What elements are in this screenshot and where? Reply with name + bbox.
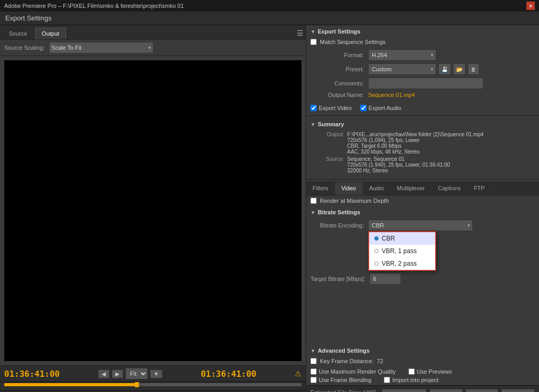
codec-tab-captions[interactable]: Captions <box>432 182 467 195</box>
summary-source-val: Sequence, Sequence 01 720x576 (1.940), 2… <box>347 156 535 173</box>
keyframe-label: Key Frame Distance: <box>320 358 374 364</box>
use-previews-label: Use Previews <box>417 368 452 375</box>
cancel-button[interactable]: Cancel <box>501 389 535 392</box>
timecode-right: 01:36:41:00 <box>201 369 256 379</box>
comments-input[interactable] <box>368 78 483 89</box>
export-settings-header: ▼ Export Settings <box>306 25 539 37</box>
summary-output-line-1: 720x576 (1.094), 25 fps, Lower <box>347 137 535 143</box>
summary-output-line-2: CBR, Target 6.00 Mbps <box>347 143 535 149</box>
advanced-arrow[interactable]: ▼ <box>310 348 316 354</box>
tab-output[interactable]: Output <box>35 28 66 39</box>
summary-label: Summary <box>318 121 344 127</box>
use-previews-checkbox[interactable] <box>408 368 415 375</box>
use-row-2: Use Frame Blending Import into project <box>310 377 535 383</box>
comments-label: Comments: <box>310 80 368 86</box>
use-max-render-checkbox[interactable] <box>310 368 317 375</box>
target-bitrate-input[interactable] <box>370 273 401 285</box>
bitrate-settings-label: Bitrate Settings <box>318 209 360 215</box>
source-scaling-bar: Source Scaling: Scale To Fit <box>0 40 306 56</box>
vbr1-radio-dot <box>374 249 379 253</box>
codec-tab-filters[interactable]: Filters <box>306 182 335 195</box>
target-bitrate-row: Target Bitrate [Mbps]: <box>310 273 535 285</box>
app-title: Adobe Premiere Pro – F:\PIXEL Film\smko … <box>4 3 184 9</box>
dropdown-item-vbr1[interactable]: VBR, 1 pass <box>369 245 435 257</box>
match-seq-checkbox[interactable] <box>310 39 317 45</box>
summary-source-row: Source: Sequence, Sequence 01 720x576 (1… <box>310 156 535 173</box>
summary-output-row: Output: F:\PIXE...aruc\project\avi\New f… <box>310 132 535 155</box>
preset-delete-btn[interactable]: 🗑 <box>468 63 479 75</box>
keyframe-value: 72 <box>377 358 383 364</box>
title-bar: Adobe Premiere Pro – F:\PIXEL Film\smko … <box>0 0 539 12</box>
output-name-link[interactable]: Sequence 01.mp4 <box>368 92 415 98</box>
preview-black <box>4 60 301 361</box>
advanced-settings-label: Advanced Settings <box>318 347 370 354</box>
bitrate-arrow[interactable]: ▼ <box>310 210 316 215</box>
summary-source-line-1: 720x576 (1.940), 25 fps, Lower, 01:36:41… <box>347 162 535 168</box>
bitrate-encoding-select[interactable]: CBR <box>368 220 473 231</box>
use-frame-blending-label: Use Frame Blending <box>319 377 371 383</box>
target-bitrate-label: Target Bitrate [Mbps]: <box>310 276 370 282</box>
source-scaling-label: Source Scaling: <box>4 45 45 51</box>
bitrate-encoding-row: Bitrate Encoding: CBR CBR <box>310 220 535 231</box>
summary-source-key: Source: <box>310 156 347 173</box>
progress-track[interactable] <box>4 383 301 386</box>
render-at-depth-label: Render at Maximum Depth <box>320 198 389 204</box>
progress-fill <box>4 383 138 386</box>
render-at-depth-checkbox[interactable] <box>310 198 317 204</box>
codec-tab-video[interactable]: Video <box>335 182 363 195</box>
next-frame-btn[interactable]: ▶ <box>112 369 123 378</box>
preset-load-btn[interactable]: 📂 <box>453 63 466 75</box>
fit-dropdown-btn[interactable]: ▼ <box>150 369 163 378</box>
cbr-label: CBR <box>382 235 395 242</box>
progress-handle[interactable] <box>135 382 139 387</box>
summary-source-line-2: 32000 Hz, Stereo <box>347 168 535 173</box>
dropdown-item-vbr2[interactable]: VBR, 2 pass <box>369 257 435 270</box>
summary-arrow[interactable]: ▼ <box>310 122 316 127</box>
comments-row: Comments: <box>310 78 535 89</box>
bottom-btns: Metadata... Queue Export Cancel <box>382 389 535 392</box>
vbr2-label: VBR, 2 pass <box>382 260 417 267</box>
render-at-depth: Render at Maximum Depth <box>306 195 539 206</box>
codec-tab-ftp[interactable]: FTP <box>468 182 492 195</box>
preset-save-btn[interactable]: 💾 <box>438 63 451 75</box>
preset-row: Preset: Custom 💾 📂 🗑 <box>310 63 535 75</box>
export-audio-checkbox[interactable] <box>360 105 366 111</box>
metadata-button[interactable]: Metadata... <box>382 389 426 392</box>
bottom-bar: Estimated File Size: 1997 MB Metadata...… <box>306 385 539 392</box>
tab-source[interactable]: Source <box>2 28 34 39</box>
dropdown-item-cbr[interactable]: CBR <box>369 232 435 245</box>
summary-output-line-3: AAC, 320 kbps, 48 kHz, Stereo <box>347 149 535 155</box>
codec-tab-audio[interactable]: Audio <box>363 182 391 195</box>
codec-tab-multiplexer[interactable]: Multiplexer <box>391 182 432 195</box>
close-button[interactable]: ✕ <box>526 2 535 10</box>
right-panel: ▼ Export Settings Match Sequence Setting… <box>306 25 539 392</box>
file-size-label: Estimated File Size: 1997 MB <box>310 389 382 392</box>
match-seq-label: Match Sequence Settings <box>320 39 385 45</box>
vbr1-label: VBR, 1 pass <box>382 247 417 255</box>
panel-menu-icon[interactable]: ☰ <box>297 29 304 37</box>
left-panel: Source Output ☰ Source Scaling: Scale To… <box>0 25 306 392</box>
fit-select[interactable]: Fit <box>125 368 148 379</box>
preview-area <box>4 60 301 361</box>
format-select[interactable]: H.264 <box>368 49 436 61</box>
use-max-render-label: Use Maximum Render Quality <box>319 368 396 375</box>
export-button[interactable]: Export <box>466 389 498 392</box>
export-settings-arrow[interactable]: ▼ <box>310 29 316 35</box>
use-row-1: Use Maximum Render Quality Use Previews <box>310 368 535 375</box>
summary-source-line-0: Sequence, Sequence 01 <box>347 156 535 162</box>
cbr-radio-dot <box>374 236 379 241</box>
transport-controls: ◀ ▶ Fit ▼ <box>98 368 163 379</box>
prev-frame-btn[interactable]: ◀ <box>98 369 110 378</box>
format-row: Format: H.264 <box>310 49 535 61</box>
source-scaling-select[interactable]: Scale To Fit <box>49 42 154 53</box>
export-audio-label: Export Audio <box>369 105 401 111</box>
summary-output-key: Output: <box>310 132 347 155</box>
export-video-label: Export Video <box>319 105 352 111</box>
export-video-checkbox[interactable] <box>310 105 317 111</box>
advanced-settings-header: ▼ Advanced Settings <box>306 344 539 356</box>
keyframe-checkbox[interactable] <box>310 358 317 364</box>
import-into-project-checkbox[interactable] <box>384 377 390 383</box>
use-frame-blending-checkbox[interactable] <box>310 377 317 383</box>
queue-button[interactable]: Queue <box>429 389 462 392</box>
preset-select[interactable]: Custom <box>368 63 436 75</box>
